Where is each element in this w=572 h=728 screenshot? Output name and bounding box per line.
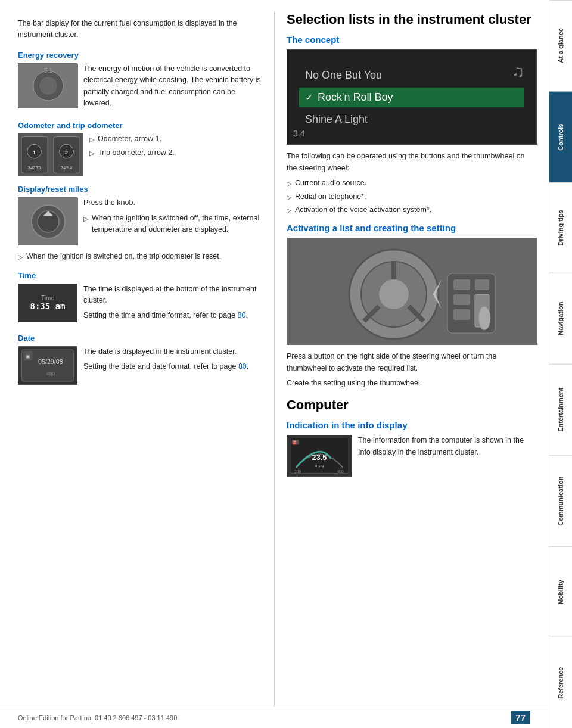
bullet-arrow-icon: ▷ (287, 192, 291, 203)
computer-text: The information from the computer is sho… (358, 435, 537, 477)
bullet-arrow-icon: ▷ (18, 252, 23, 262)
odometer-image: 1 2 34235 343.4 (18, 133, 83, 176)
svg-text:200: 200 (294, 470, 301, 474)
odometer-section: Odometer and trip odometer 1 2 34235 343… (18, 121, 262, 176)
concept-body: The following can be operated using the … (287, 151, 537, 174)
steering-wheel-image (287, 238, 537, 345)
footer-text: Online Edition for Part no. 01 40 2 606 … (18, 714, 177, 721)
concept-heading: The concept (287, 35, 537, 45)
display-reset-heading: Display/reset miles (18, 185, 262, 194)
music-display-image: ♫ No One But You ✓ Rock'n Roll Boy Shine… (287, 49, 537, 145)
bullet-arrow-icon: ▷ (287, 206, 291, 216)
time-value: 8:35 am (30, 301, 65, 311)
odometer-bullet-1: ▷ Odometer, arrow 1. (89, 133, 262, 145)
svg-point-26 (379, 279, 409, 309)
energy-recovery-heading: Energy recovery (18, 51, 262, 60)
sidebar-item-mobility[interactable]: Mobility (549, 546, 572, 637)
sidebar-item-controls[interactable]: Controls (549, 91, 572, 182)
time-image: Time 8:35 am (18, 284, 77, 322)
music-item-1: No One But You (299, 66, 524, 85)
date-text: The date is displayed in the instrument … (83, 346, 262, 385)
activating-section: Activating a list and creating the setti… (287, 223, 537, 389)
svg-point-2 (39, 77, 57, 95)
energy-recovery-section: Energy recovery 5.1 The energy of motion… (18, 51, 262, 113)
svg-text:▣: ▣ (26, 354, 30, 359)
main-heading: Selection lists in the instrument cluste… (287, 12, 537, 27)
sidebar-item-communication[interactable]: Communication (549, 455, 572, 546)
activating-body-2: Create the setting using the thumbwheel. (287, 378, 537, 389)
odometer-text: ▷ Odometer, arrow 1. ▷ Trip odometer, ar… (89, 133, 262, 176)
date-section: Date ▣ 05/29/08 490 The date is displaye… (18, 334, 262, 385)
display-reset-text: Press the knob. ▷ When the ignition is s… (83, 197, 262, 245)
svg-text:34235: 34235 (28, 165, 41, 170)
concept-bullet-2: ▷ Redial on telephone*. (287, 191, 537, 203)
bullet-arrow-icon: ▷ (89, 135, 94, 145)
svg-text:⛽: ⛽ (293, 440, 298, 446)
computer-sub-heading: Indication in the info display (287, 420, 537, 430)
left-panel: The bar display for the current fuel con… (0, 0, 274, 728)
date-page-ref: Setting the date and date format, refer … (83, 361, 262, 372)
svg-rect-34 (475, 279, 489, 290)
sidebar-item-navigation[interactable]: Navigation (549, 273, 572, 364)
time-label: Time (41, 295, 54, 301)
sidebar-item-driving-tips[interactable]: Driving tips (549, 182, 572, 273)
svg-text:05/29/08: 05/29/08 (38, 358, 63, 365)
time-page-link[interactable]: 80 (237, 311, 245, 319)
right-panel: Selection lists in the instrument cluste… (275, 0, 549, 728)
svg-text:23.5: 23.5 (312, 453, 327, 462)
svg-point-37 (478, 306, 490, 330)
svg-text:mpg: mpg (315, 463, 324, 468)
concept-bullet-1: ▷ Current audio source. (287, 178, 537, 189)
activating-body-1: Press a button on the right side of the … (287, 351, 537, 374)
activating-heading: Activating a list and creating the setti… (287, 223, 537, 233)
concept-section: The concept ♫ No One But You ✓ Rock'n Ro… (287, 35, 537, 216)
date-image: ▣ 05/29/08 490 (18, 346, 77, 385)
bullet-arrow-icon: ▷ (287, 179, 291, 189)
display-number: 3.4 (293, 129, 304, 138)
checkmark-icon: ✓ (305, 92, 313, 103)
page-footer: Online Edition for Part no. 01 40 2 606 … (0, 707, 548, 728)
time-text: The time is displayed at the bottom of t… (83, 284, 262, 325)
svg-text:343.4: 343.4 (61, 165, 73, 170)
energy-recovery-image: 5.1 (18, 63, 77, 108)
display-reset-section: Display/reset miles Press the knob. ▷ Wh… (18, 185, 262, 262)
sidebar-item-at-a-glance[interactable]: At a glance (549, 0, 572, 91)
computer-heading: Computer (287, 397, 537, 413)
computer-section: Computer Indication in the info display … (287, 397, 537, 477)
time-section: Time Time 8:35 am The time is displayed … (18, 271, 262, 325)
date-heading: Date (18, 334, 262, 343)
sidebar-item-entertainment[interactable]: Entertainment (549, 364, 572, 455)
display-reset-after-bullet: ▷ When the ignition is switched on, the … (18, 251, 262, 262)
odometer-heading: Odometer and trip odometer (18, 121, 262, 130)
computer-display-image: 200 400 ⛽ 23.5 mpg (287, 435, 352, 477)
svg-rect-31 (453, 279, 470, 290)
odometer-bullet-2: ▷ Trip odometer, arrow 2. (89, 147, 262, 158)
display-reset-bullet: ▷ When the ignition is switched off, the… (83, 213, 262, 236)
svg-text:1: 1 (33, 150, 36, 155)
svg-text:400: 400 (337, 470, 344, 474)
concept-bullet-3: ▷ Activation of the voice activation sys… (287, 204, 537, 216)
sidebar-item-reference[interactable]: Reference (549, 637, 572, 728)
bullet-arrow-icon: ▷ (89, 148, 94, 158)
music-item-2-active: ✓ Rock'n Roll Boy (299, 88, 524, 107)
reset-knob-image (18, 197, 77, 245)
bullet-arrow-icon: ▷ (83, 214, 88, 224)
svg-rect-32 (453, 294, 470, 305)
intro-paragraph: The bar display for the current fuel con… (18, 18, 262, 41)
page-number: 77 (511, 711, 530, 724)
svg-text:5.1: 5.1 (44, 67, 52, 74)
music-item-3: Shine A Light (299, 110, 524, 129)
energy-recovery-text: The energy of motion of the vehicle is c… (83, 63, 262, 113)
sidebar: At a glance Controls Driving tips Naviga… (549, 0, 572, 728)
time-heading: Time (18, 271, 262, 280)
time-page-ref: Setting the time and time format, refer … (83, 310, 262, 321)
svg-text:490: 490 (46, 371, 55, 377)
svg-text:2: 2 (65, 150, 68, 155)
svg-rect-33 (453, 309, 470, 320)
date-page-link[interactable]: 80 (238, 362, 247, 371)
music-note-icon: ♫ (512, 62, 524, 81)
